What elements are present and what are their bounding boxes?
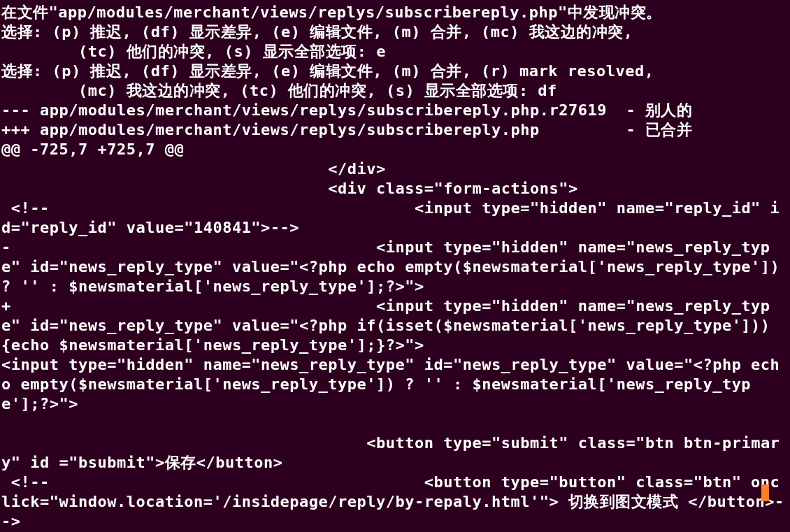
diff-context-line: <div class="form-actions"> (1, 180, 578, 197)
diff-context-line: <button type="submit" class="btn btn-pri… (1, 434, 780, 471)
diff-added-line: + <input type="hidden" name="news_reply_… (1, 297, 789, 412)
prompt-line: 选择: (p) 推迟, (df) 显示差异, (e) 编辑文件, (m) 合并,… (1, 23, 633, 41)
diff-removed-line: - <input type="hidden" name="news_reply_… (1, 238, 789, 295)
prompt-line: (tc) 他们的冲突, (s) 显示全部选项: e (1, 43, 386, 60)
terminal-output[interactable]: 在文件"app/modules/merchant/views/replys/su… (0, 0, 790, 532)
diff-context-line: </div> (1, 160, 386, 178)
terminal-cursor (761, 484, 769, 501)
prompt-line: (mc) 我这边的冲突, (tc) 他们的冲突, (s) 显示全部选项: df (1, 82, 557, 99)
diff-header-plus: +++ app/modules/merchant/views/replys/su… (1, 121, 692, 138)
diff-header-minus: --- app/modules/merchant/views/replys/su… (1, 101, 692, 119)
diff-hunk-header: @@ -725,7 +725,7 @@ (1, 141, 184, 158)
conflict-header-line: 在文件"app/modules/merchant/views/replys/su… (1, 3, 662, 21)
diff-context-line: <!-- <input type="hidden" name="reply_id… (1, 199, 780, 236)
diff-context-line: <!-- <button type="button" class="btn" o… (1, 473, 784, 530)
prompt-line: 选择: (p) 推迟, (df) 显示差异, (e) 编辑文件, (m) 合并,… (1, 62, 654, 80)
